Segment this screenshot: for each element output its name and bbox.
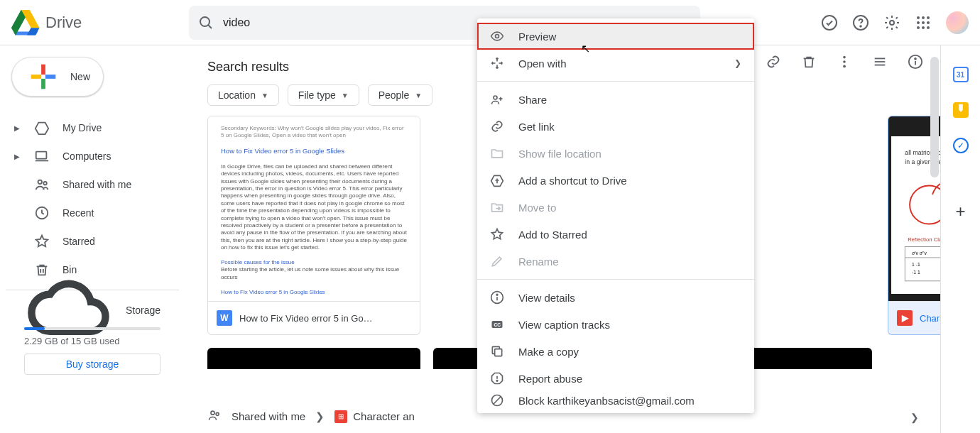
chevron-right-icon: ▶	[14, 124, 21, 132]
storage-bar	[24, 327, 160, 330]
breadcrumb-current[interactable]: ⊞ Character an	[334, 410, 415, 423]
calendar-icon[interactable]: 31	[953, 67, 969, 82]
info-icon[interactable]	[908, 54, 923, 70]
plus-icon	[25, 57, 62, 96]
svg-point-0	[200, 17, 209, 26]
chevron-right-icon: ❯	[315, 410, 325, 423]
svg-text:1   -1: 1 -1	[912, 262, 920, 267]
menu-label: Block karthikeyanbsacist@gmail.com	[518, 395, 695, 407]
menu-item-share[interactable]: Share	[477, 86, 754, 113]
menu-label: Move to	[518, 202, 556, 214]
svg-text:CC: CC	[494, 322, 501, 327]
menu-item-preview[interactable]: Preview	[477, 23, 754, 50]
computers-icon	[34, 148, 50, 164]
shared-icon	[34, 177, 50, 192]
star-icon	[34, 234, 50, 249]
menu-item-add-starred[interactable]: Add to Starred	[477, 221, 754, 248]
ready-offline-icon[interactable]	[821, 14, 838, 31]
logo-area[interactable]: Drive	[11, 9, 189, 37]
info-icon	[490, 290, 504, 305]
menu-item-open-with[interactable]: Open with ❯	[477, 50, 754, 77]
add-addon-icon[interactable]: +	[955, 202, 965, 221]
buy-storage-button[interactable]: Buy storage	[24, 353, 160, 375]
settings-gear-icon[interactable]	[883, 14, 900, 31]
sidebar-item-computers[interactable]: ▶ Computers	[6, 142, 179, 170]
sidebar-item-starred[interactable]: ▶ Starred	[6, 227, 179, 256]
svg-point-56	[496, 294, 498, 295]
rename-icon	[490, 254, 504, 268]
chip-location[interactable]: Location▼	[207, 84, 279, 106]
svg-point-17	[38, 180, 43, 185]
svg-point-8	[927, 16, 930, 19]
file-name: How to Fix Video error 5 in Go…	[239, 313, 373, 324]
trash-icon[interactable]	[801, 54, 817, 70]
storage-label: Storage	[126, 305, 160, 316]
sidebar-item-label: Shared with me	[62, 179, 131, 190]
svg-rect-59	[495, 349, 502, 356]
chip-label: Location	[218, 89, 256, 101]
menu-label: View caption tracks	[518, 319, 610, 331]
menu-item-captions[interactable]: CC View caption tracks	[477, 311, 754, 338]
storage-used-text: 2.29 GB of 15 GB used	[6, 336, 179, 346]
sidebar-item-recent[interactable]: ▶ Recent	[6, 199, 179, 227]
chip-file-type[interactable]: File type▼	[288, 84, 359, 106]
chip-people[interactable]: People▼	[368, 84, 433, 106]
svg-line-63	[494, 397, 501, 404]
file-card[interactable]	[207, 348, 420, 369]
menu-item-add-shortcut[interactable]: Add a shortcut to Drive	[477, 167, 754, 194]
new-label: New	[70, 71, 90, 82]
file-thumbnail: Secondary Keywords: Why won't Google sli…	[208, 116, 420, 301]
apps-grid-icon[interactable]	[915, 14, 932, 31]
chevron-right-icon: ▶	[14, 153, 21, 160]
menu-label: Share	[518, 94, 547, 106]
new-button[interactable]: New	[11, 57, 104, 97]
scrollbar[interactable]	[930, 57, 939, 177]
account-avatar[interactable]	[946, 11, 969, 34]
sidebar-item-my-drive[interactable]: ▶ My Drive	[6, 114, 179, 142]
svg-point-18	[43, 182, 46, 185]
copy-icon	[490, 344, 504, 358]
svg-point-21	[843, 56, 846, 59]
star-icon	[490, 227, 504, 241]
menu-separator	[477, 81, 754, 82]
svg-text:σ'v   σ''v: σ'v σ''v	[912, 251, 927, 256]
svg-point-22	[843, 60, 846, 63]
menu-item-block[interactable]: Block karthikeyanbsacist@gmail.com	[477, 392, 754, 409]
move-icon	[490, 200, 504, 214]
menu-item-make-copy[interactable]: Make a copy	[477, 338, 754, 365]
menu-item-get-link[interactable]: Get link	[477, 113, 754, 140]
menu-item-rename: Rename	[477, 248, 754, 275]
more-vert-icon[interactable]	[837, 54, 852, 70]
svg-point-11	[927, 21, 930, 24]
help-icon[interactable]	[852, 14, 869, 31]
breadcrumb-next-icon[interactable]: ❯	[910, 412, 919, 423]
keep-icon[interactable]	[953, 102, 969, 118]
sidebar-item-storage[interactable]: Storage	[6, 296, 179, 324]
search-icon[interactable]	[197, 14, 214, 31]
menu-label: View details	[518, 292, 575, 304]
sidebar-item-label: Recent	[62, 207, 94, 219]
video-icon: ⊞	[334, 410, 347, 423]
link-icon	[490, 119, 504, 133]
cc-icon: CC	[490, 317, 504, 331]
top-actions	[821, 11, 969, 34]
drive-logo-icon	[11, 9, 40, 37]
share-icon	[490, 92, 504, 106]
chevron-down-icon: ▼	[342, 92, 349, 99]
menu-label: Open with	[518, 57, 567, 70]
sidebar-item-shared[interactable]: ▶ Shared with me	[6, 170, 179, 199]
menu-item-report-abuse[interactable]: Report abuse	[477, 365, 754, 392]
breadcrumb-item[interactable]: Shared with me	[232, 410, 305, 422]
docs-icon: W	[217, 310, 232, 326]
file-card[interactable]: Secondary Keywords: Why won't Google sli…	[207, 116, 420, 335]
list-view-icon[interactable]	[872, 54, 888, 70]
svg-point-51	[216, 412, 219, 415]
svg-point-52	[496, 35, 499, 38]
my-drive-icon	[34, 120, 50, 136]
link-icon[interactable]	[766, 54, 781, 70]
action-toolbar	[730, 54, 923, 70]
menu-item-view-details[interactable]: View details	[477, 284, 754, 311]
menu-label: Show file location	[518, 148, 601, 160]
tasks-icon[interactable]: ✓	[953, 138, 969, 153]
chip-label: File type	[298, 89, 336, 101]
